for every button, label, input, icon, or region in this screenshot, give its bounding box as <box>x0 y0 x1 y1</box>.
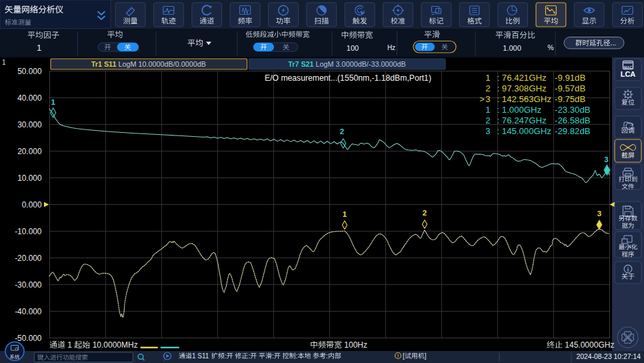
svg-text::: : <box>272 352 274 360</box>
svg-text:-50.000: -50.000 <box>15 334 42 343</box>
svg-text:3: 3 <box>597 210 601 218</box>
svg-text:: 76.247GHz: : 76.247GHz <box>497 115 547 125</box>
svg-text:-20.000: -20.000 <box>15 254 42 263</box>
svg-text:10.000: 10.000 <box>17 173 42 183</box>
svg-text:1: 1 <box>485 73 490 83</box>
svg-text:-23.30dB: -23.30dB <box>555 105 591 115</box>
svg-text:%: % <box>547 43 553 51</box>
svg-text:-9.91dB: -9.91dB <box>555 73 585 83</box>
svg-text:1: 1 <box>37 43 41 53</box>
svg-text:Hz: Hz <box>387 44 395 51</box>
svg-text:-26.58dB: -26.58dB <box>555 115 591 125</box>
svg-text:1: 1 <box>51 98 55 106</box>
svg-text::: : <box>225 352 227 360</box>
svg-text:]: ] <box>425 352 427 360</box>
svg-text:2024-08-23 10:27:14: 2024-08-23 10:27:14 <box>577 353 641 360</box>
svg-text::: : <box>326 352 328 360</box>
svg-text:: 145.000GHz: : 145.000GHz <box>497 126 551 136</box>
svg-text:1 S11: 1 S11 <box>192 352 211 360</box>
svg-text:Tr7 S21 LogM 3.0000dB/-33.0000: Tr7 S21 LogM 3.0000dB/-33.0000dB <box>288 60 406 68</box>
svg-text:-9.75dB: -9.75dB <box>555 94 585 104</box>
svg-text:1: 1 <box>343 210 347 218</box>
svg-text:: 142.563GHz: : 142.563GHz <box>497 94 551 104</box>
svg-text:1: 1 <box>2 59 6 66</box>
svg-text:40.000: 40.000 <box>17 93 42 103</box>
svg-text:1.000: 1.000 <box>503 44 521 52</box>
svg-text:2: 2 <box>485 115 490 125</box>
svg-text:-9.57dB: -9.57dB <box>555 83 585 93</box>
svg-text::: : <box>249 352 251 360</box>
svg-text:-40.000: -40.000 <box>15 307 42 316</box>
svg-text:-30.000: -30.000 <box>15 280 42 290</box>
svg-text:...: ... <box>611 39 617 47</box>
svg-text:2: 2 <box>340 127 344 135</box>
svg-text:30.000: 30.000 <box>17 120 42 129</box>
svg-text:2: 2 <box>485 83 490 93</box>
svg-text::: : <box>296 352 298 360</box>
svg-text:10.0000MHz: 10.0000MHz <box>90 340 137 350</box>
svg-text:Tr1 S11 LogM 10.0000dB/0.0000d: Tr1 S11 LogM 10.0000dB/0.0000dB <box>91 60 206 68</box>
svg-text:!: ! <box>397 353 399 359</box>
svg-text:MAC: MAC <box>623 65 633 69</box>
svg-text:: 97.308GHz: : 97.308GHz <box>497 83 547 93</box>
svg-text:i: i <box>627 266 629 273</box>
svg-text:E/O measurement...(1550nm,-1.1: E/O measurement...(1550nm,-1.18dBm,Port1… <box>265 73 431 83</box>
svg-text:1: 1 <box>65 340 74 350</box>
svg-text:: 76.421GHz: : 76.421GHz <box>497 73 547 83</box>
svg-text:20.000: 20.000 <box>17 147 42 156</box>
svg-text:145.0000GHz: 145.0000GHz <box>563 340 614 350</box>
svg-text:100: 100 <box>347 44 359 52</box>
svg-text:LCA: LCA <box>621 70 636 78</box>
svg-text:0.000: 0.000 <box>22 200 42 210</box>
svg-text:50.000: 50.000 <box>17 67 42 76</box>
svg-text:-29.82dB: -29.82dB <box>555 126 591 136</box>
svg-text:: 1.000GHz: : 1.000GHz <box>497 105 542 115</box>
svg-text:3: 3 <box>604 155 608 163</box>
svg-text:3: 3 <box>485 126 490 136</box>
svg-text:100Hz: 100Hz <box>342 340 367 350</box>
svg-text:>: > <box>479 94 485 104</box>
svg-text:1: 1 <box>485 105 490 115</box>
svg-text:3: 3 <box>485 94 490 104</box>
svg-text:-10.000: -10.000 <box>15 227 42 236</box>
svg-text:[: [ <box>403 352 405 360</box>
svg-text:2: 2 <box>423 209 427 217</box>
